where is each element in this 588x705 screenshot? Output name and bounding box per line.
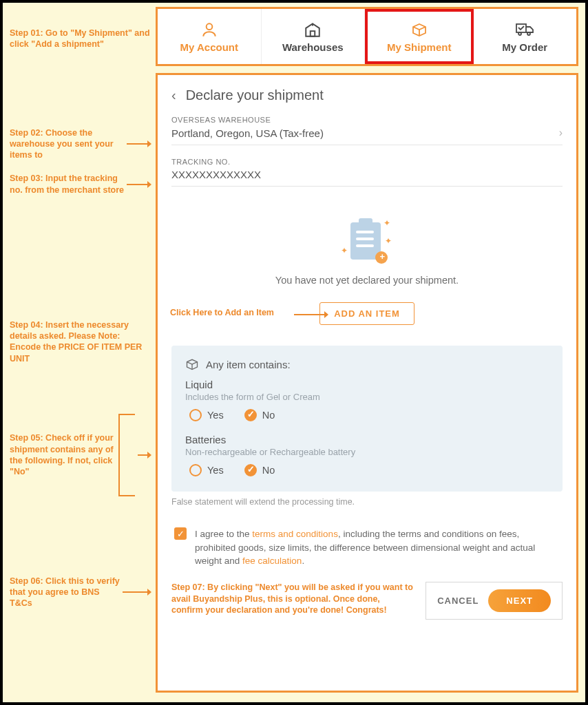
question-batteries-sub: Non-rechargeable or Rechargeable battery <box>185 447 549 457</box>
step-03-text: Step 03: Input the tracking no. from the… <box>10 173 127 196</box>
nav-label: My Account <box>180 41 238 53</box>
truck-icon <box>515 21 534 39</box>
chevron-right-icon: › <box>559 127 563 139</box>
nav-tabs: My Account Warehouses My Shipment My Ord… <box>156 7 578 66</box>
cancel-button[interactable]: CANCEL <box>437 596 479 606</box>
svg-rect-9 <box>311 31 315 36</box>
svg-point-8 <box>206 23 212 30</box>
field-label: TRACKING NO. <box>171 158 563 166</box>
bracket-icon <box>118 414 135 496</box>
nav-my-order[interactable]: My Order <box>474 9 577 64</box>
back-chevron-icon[interactable]: ‹ <box>171 87 176 103</box>
liquid-yes-radio[interactable]: Yes <box>189 409 224 421</box>
svg-marker-7 <box>147 589 151 596</box>
step-06-text: Step 06: Click this to verify that you a… <box>10 576 123 609</box>
svg-point-11 <box>518 32 521 35</box>
add-item-button[interactable]: ADD AN ITEM <box>319 302 414 325</box>
arrow-icon <box>127 137 151 151</box>
step-02-text: Step 02: Choose the warehouse you sent y… <box>10 127 127 161</box>
fee-calculation-link[interactable]: fee calculation <box>242 556 302 566</box>
field-label: OVERSEAS WAREHOUSE <box>171 116 563 124</box>
svg-marker-14 <box>324 311 328 318</box>
step-07-text: Step 07: By clicking "Next" you will be … <box>171 582 419 617</box>
svg-marker-1 <box>147 140 151 147</box>
box-icon <box>185 358 199 370</box>
tracking-input[interactable] <box>171 166 563 187</box>
question-liquid-sub: Includes the form of Gel or Cream <box>185 392 549 402</box>
person-icon <box>200 21 219 39</box>
nav-my-shipment[interactable]: My Shipment <box>365 9 474 64</box>
batteries-yes-radio[interactable]: Yes <box>189 464 224 476</box>
warehouse-field[interactable]: OVERSEAS WAREHOUSE Portland, Oregon, USA… <box>171 116 563 145</box>
contains-title: Any item contains: <box>206 359 291 370</box>
false-statement-note: False statement will extend the processi… <box>171 497 563 507</box>
svg-marker-5 <box>147 452 151 459</box>
clipboard-icon: ✦✦✦ + <box>348 218 386 262</box>
arrow-icon <box>138 448 151 462</box>
warehouse-icon <box>303 21 322 39</box>
svg-marker-3 <box>147 181 151 188</box>
warehouse-value: Portland, Oregon, USA (Tax-free) <box>171 127 324 139</box>
declare-shipment-panel: ‹ Declare your shipment OVERSEAS WAREHOU… <box>156 73 578 693</box>
arrow-icon <box>294 309 328 320</box>
step-01-text: Step 01: Go to "My Shipment" and click "… <box>10 28 151 50</box>
question-liquid-label: Liquid <box>185 379 549 390</box>
next-button[interactable]: NEXT <box>488 589 551 612</box>
question-batteries-label: Batteries <box>185 434 549 445</box>
nav-label: My Shipment <box>387 41 451 53</box>
empty-state-text: You have not yet declared your shipment. <box>171 275 563 286</box>
action-buttons: CANCEL NEXT <box>426 582 563 620</box>
step-04-text: Step 04: Insert the necessary details as… <box>10 319 151 364</box>
item-contains-box: Any item contains: Liquid Includes the f… <box>171 346 563 492</box>
svg-point-12 <box>527 32 530 35</box>
arrow-icon <box>123 585 151 599</box>
batteries-no-radio[interactable]: No <box>244 464 275 476</box>
terms-link[interactable]: terms and conditions <box>252 529 338 539</box>
nav-my-account[interactable]: My Account <box>158 9 262 64</box>
agree-text: I agree to the terms and conditions, inc… <box>195 527 560 568</box>
nav-label: My Order <box>502 41 547 53</box>
arrow-icon <box>127 178 151 191</box>
box-icon <box>410 21 429 39</box>
agree-checkbox[interactable]: ✓ <box>174 527 187 540</box>
page-title: Declare your shipment <box>186 87 324 103</box>
add-item-hint: Click Here to Add an Item <box>170 308 274 317</box>
nav-label: Warehouses <box>282 41 344 53</box>
liquid-no-radio[interactable]: No <box>244 409 275 421</box>
tracking-field: TRACKING NO. <box>171 158 563 187</box>
step-05-text: Step 05: Check off if your shipment cont… <box>10 432 116 477</box>
nav-warehouses[interactable]: Warehouses <box>262 9 366 64</box>
